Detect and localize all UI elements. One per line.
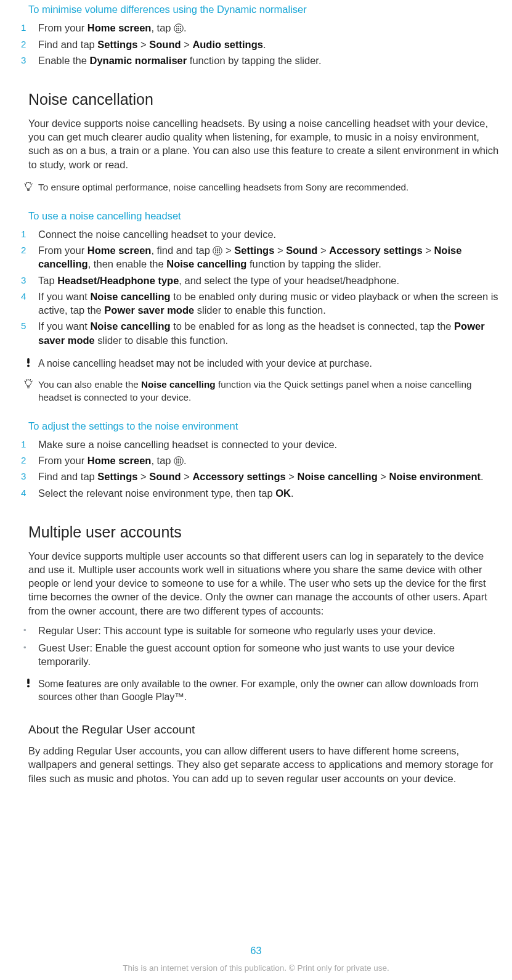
tip-text: You can also enable the Noise cancelling… (36, 378, 502, 404)
step-text: From your (38, 22, 87, 33)
step-item: From your Home screen, tap . (21, 454, 502, 467)
warning-text: A noise cancelling headset may not be in… (36, 357, 502, 370)
alert-icon (25, 678, 31, 688)
label-accessory-settings: Accessory settings (192, 471, 285, 482)
step-text: If you want (38, 321, 90, 332)
step-text: , find and tap (151, 245, 213, 256)
label-noise-cancelling: Noise cancelling (298, 471, 378, 482)
step-item: Tap Headset/Headphone type, and select t… (21, 274, 502, 287)
page-number: 63 (0, 944, 512, 958)
step-text: , and select the type of your headset/he… (179, 275, 399, 286)
label-noise-cancelling: Noise cancelling (141, 379, 216, 390)
warning-text: Some features are only available to the … (36, 677, 502, 704)
step-text: If you want (38, 291, 90, 302)
label-dynamic-normaliser: Dynamic normaliser (89, 55, 187, 66)
step-text: . (263, 39, 266, 50)
svg-point-37 (27, 685, 30, 687)
step-text: > (286, 471, 298, 482)
bullet-item: Regular User: This account type is suita… (21, 624, 502, 637)
step-text: Make sure a noise cancelling headset is … (38, 439, 337, 450)
svg-point-19 (215, 252, 216, 253)
step-text: Find and tap (38, 471, 97, 482)
tip-text: To ensure optimal performance, noise can… (36, 181, 502, 194)
svg-point-27 (176, 459, 177, 460)
lightbulb-icon (24, 379, 33, 389)
label-power-saver-mode: Power saver mode (104, 304, 194, 316)
heading-adjust-noise-env: To adjust the settings to the noise envi… (21, 419, 502, 433)
label-audio-settings: Audio settings (192, 39, 263, 50)
step-text: function by tapping the slider. (246, 258, 381, 269)
step-item: Connect the noise cancelling headset to … (21, 227, 502, 241)
step-text: From your (38, 245, 87, 256)
svg-point-15 (219, 248, 220, 250)
step-text: . (291, 488, 294, 499)
svg-rect-22 (27, 358, 30, 364)
svg-point-14 (217, 248, 218, 250)
svg-point-3 (180, 26, 181, 27)
lightbulb-icon (24, 182, 33, 192)
svg-rect-10 (27, 189, 30, 190)
tip-note: To ensure optimal performance, noise can… (21, 181, 502, 194)
step-item: Find and tap Settings > Sound > Audio se… (21, 38, 502, 51)
document-page: To minimise volume differences using the… (0, 0, 512, 980)
svg-rect-25 (27, 388, 29, 388)
label-noise-cancelling: Noise cancelling (90, 321, 170, 332)
alert-icon (25, 357, 31, 367)
step-item: If you want Noise cancelling to be enabl… (21, 290, 502, 317)
svg-point-13 (215, 248, 216, 250)
footer-disclaimer: This is an internet version of this publ… (0, 963, 512, 974)
label-sound: Sound (149, 471, 181, 482)
label-sound: Sound (149, 39, 181, 50)
step-text: Select the relevant noise environment ty… (38, 488, 275, 499)
label-sound: Sound (286, 245, 317, 256)
step-text: > (137, 471, 149, 482)
step-text: , tap (151, 455, 174, 466)
warning-note: A noise cancelling headset may not be in… (21, 357, 502, 370)
paragraph-regular-user: By adding Regular User accounts, you can… (28, 744, 502, 785)
svg-point-5 (178, 28, 179, 29)
bullet-list-account-types: Regular User: This account type is suita… (21, 624, 502, 669)
heading-noise-cancellation: Noise cancellation (28, 89, 502, 110)
svg-point-2 (178, 26, 179, 27)
svg-point-34 (178, 462, 179, 463)
step-text: > (222, 245, 234, 256)
apps-grid-icon (174, 23, 184, 33)
step-text: to be enabled for as long as the headset… (171, 321, 455, 332)
step-text: slider to disable this function. (95, 335, 228, 346)
heading-regular-user: About the Regular User account (28, 722, 502, 738)
step-text: Connect the noise cancelling headset to … (38, 229, 276, 240)
label-noise-environment: Noise environment (389, 471, 481, 482)
step-item: Select the relevant noise environment ty… (21, 486, 502, 500)
step-text: , tap (151, 22, 174, 33)
svg-point-33 (176, 462, 177, 463)
content-area: To minimise volume differences using the… (6, 0, 506, 785)
step-text: > (317, 245, 329, 256)
step-text: > (181, 39, 193, 50)
tip-note: You can also enable the Noise cancelling… (21, 378, 502, 404)
step-text: function by tapping the slider. (187, 55, 321, 66)
step-text: > (137, 39, 149, 50)
step-text: . (481, 471, 484, 482)
svg-rect-24 (27, 387, 30, 388)
step-text: > (423, 245, 434, 256)
svg-point-30 (176, 460, 177, 462)
step-item: Enable the Dynamic normaliser function b… (21, 54, 502, 67)
svg-point-8 (178, 30, 179, 31)
heading-multiple-users: Multiple user accounts (28, 522, 502, 543)
step-item: Find and tap Settings > Sound > Accessor… (21, 470, 502, 483)
label-settings: Settings (97, 39, 137, 50)
step-text: slider to enable this function. (194, 304, 326, 316)
step-item: If you want Noise cancelling to be enabl… (21, 319, 502, 347)
svg-point-1 (176, 26, 177, 27)
heading-minimise-volume: To minimise volume differences using the… (21, 2, 502, 16)
step-item: Make sure a noise cancelling headset is … (21, 438, 502, 451)
svg-point-23 (27, 364, 30, 367)
svg-point-7 (176, 30, 177, 31)
steps-adjust: Make sure a noise cancelling headset is … (21, 438, 502, 500)
step-text: > (274, 245, 286, 256)
paragraph-noise-intro: Your device supports noise cancelling he… (28, 116, 502, 171)
svg-point-32 (180, 460, 181, 462)
step-item: From your Home screen, tap . (21, 21, 502, 35)
svg-point-31 (178, 460, 179, 462)
step-text: . (184, 455, 187, 466)
